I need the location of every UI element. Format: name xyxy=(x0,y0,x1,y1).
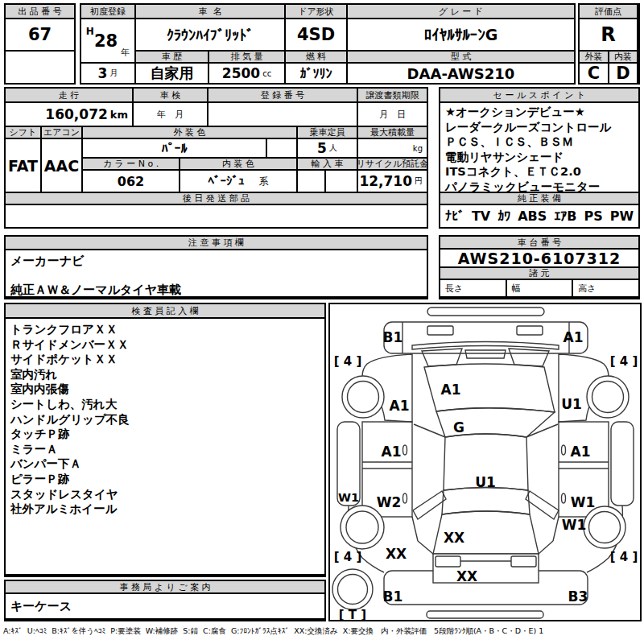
spare-tire-shape xyxy=(332,569,373,609)
auction-no-empty-cell xyxy=(6,52,74,83)
label-fender-left: A1 xyxy=(390,398,410,414)
inspector-line: タッチＰ跡 xyxy=(10,427,320,442)
chassis-number: AWS210-6107312 xyxy=(440,250,638,266)
label-tire-rear-right: [ 4 ] xyxy=(610,550,638,564)
label-fender-right: U1 xyxy=(561,396,582,412)
int-color-suffix: 系 xyxy=(259,175,269,188)
wheel-front-left xyxy=(342,376,384,418)
capacity-unit: 人 xyxy=(329,142,337,154)
label-front-door-left: A1 xyxy=(382,444,402,460)
quarter-left-seam xyxy=(412,517,418,541)
a-pillar-left xyxy=(414,424,445,437)
max-load-unit: kg xyxy=(358,139,427,157)
label-hood: A1 xyxy=(441,382,461,398)
mileage-label: 走 行 xyxy=(6,89,132,101)
dim-length-label: 長さ xyxy=(440,280,506,296)
sales-point-line: ＰＣＳ、ＩＣＳ、ＢＳＭ xyxy=(445,134,634,150)
sales-point-line: 電動リヤサンシェード xyxy=(445,150,634,165)
first-reg-label: 初度登録 xyxy=(81,5,134,18)
rear-trim-bar xyxy=(427,611,543,618)
footer-legend: A:ｷｽﾞ U:ﾍｺﾐ B:ｷｽﾞを伴うﾍｺﾐ P:要塗装 W:補修跡 S:錆 … xyxy=(3,626,641,637)
shift-label: シフト xyxy=(6,127,40,138)
aircon-label: エアコン xyxy=(42,127,81,138)
label-roof: U1 xyxy=(475,474,496,490)
int-color-value: ﾍﾞｰｼﾞｭ xyxy=(208,174,245,188)
ext-color-label: 外 装 色 xyxy=(83,127,296,138)
tail-panel-shape xyxy=(433,554,539,583)
headlights-shape xyxy=(412,342,559,367)
auction-no-label: 出 品 番 号 xyxy=(6,5,74,18)
ext-color-value: ﾊﾟｰﾙ xyxy=(83,139,266,157)
exterior-label: 外装 xyxy=(580,52,608,62)
auction-no-value: 67 xyxy=(6,19,74,50)
capacity-label: 乗車定員 xyxy=(298,127,357,138)
later-parts-label: 後 日 発 送 部 品 xyxy=(6,193,427,204)
label-quarter-left: XX xyxy=(386,546,407,562)
sales-points-title: セ ー ル ス ポ イ ン ト xyxy=(440,89,638,101)
first-reg-month-cell: 3 月 xyxy=(81,64,134,83)
car-top-view: B1 A1 A1 U1 A1 G A1 A1 U1 W2 W1 W1 W1 XX… xyxy=(330,304,640,620)
a-pillar-right xyxy=(526,424,558,437)
inspector-line: 室内内張傷 xyxy=(10,382,320,397)
office-box: 事 務 局 よ り ご 案 内 キーケース xyxy=(4,580,326,621)
inspector-title: 検 査 員 記 入 欄 xyxy=(6,304,324,317)
inspection-value: 年 月 xyxy=(134,103,207,126)
inspector-line: ＲサイドメンバーＸＸ xyxy=(10,337,320,353)
equipment-item: ABS xyxy=(518,208,547,224)
fuel-label: 燃 料 xyxy=(286,52,346,62)
label-front-door-right: A1 xyxy=(571,444,591,460)
first-reg-year: 28 xyxy=(94,31,118,51)
fuel-value: ｶﾞｿﾘﾝ xyxy=(286,64,346,83)
notes-line: メーカーナビ xyxy=(10,254,422,269)
label-rear-bumper-right: B3 xyxy=(568,588,588,605)
transfer-label: 譲渡書類期限 xyxy=(358,89,427,101)
label-rocker-left: W1 xyxy=(338,491,359,504)
equipment-item: PW xyxy=(610,208,634,224)
history-label: 車 歴 xyxy=(136,52,208,62)
label-trunk-lid: XX xyxy=(444,530,464,546)
label-tire-front-right: [ 4 ] xyxy=(610,354,638,369)
wheel-rear-left xyxy=(341,506,384,549)
sales-point-line: パノラミックビューモニター xyxy=(445,180,634,192)
car-name-label: 車 名 xyxy=(136,5,284,18)
grade-label: グ レ ー ド xyxy=(348,5,574,18)
label-front-bumper-left: B1 xyxy=(383,329,403,345)
later-parts-value xyxy=(6,205,427,227)
inspector-line: トランクフロアＸＸ xyxy=(10,322,320,337)
inspector-line: バンパー下Ａ xyxy=(10,456,320,472)
displacement-cell: 2500 cc xyxy=(209,64,284,83)
import-cell-2 xyxy=(326,171,357,192)
sales-points-list: ★オークションデビュー★ レーダークルーズコントロール ＰＣＳ、ＩＣＳ、ＢＳＭ … xyxy=(440,103,638,192)
sales-point-line: ★オークションデビュー★ xyxy=(445,105,634,120)
inspector-list: トランクフロアＸＸ ＲサイドメンバーＸＸ サイドポケットＸＸ 室内汚れ 室内内張… xyxy=(6,319,324,574)
label-tail-panel: XX xyxy=(456,568,477,584)
reg-no-label: 登 録 番 号 xyxy=(208,89,357,101)
sales-point-line: ITSコネクト、ＥＴＣ2.0 xyxy=(445,164,634,180)
c-pillar-left xyxy=(413,491,446,519)
inspector-line: ミラーＡ xyxy=(10,442,320,457)
label-tire-front-left: [ 4 ] xyxy=(334,354,362,369)
max-load-label: 最大積載量 xyxy=(358,127,427,138)
grade-value: ﾛｲﾔﾙｻﾙｰﾝG xyxy=(348,19,574,50)
inspector-line: ハンドルグリップ不良 xyxy=(10,412,320,427)
wheel-rear-right xyxy=(584,506,625,548)
history-value: 自家用 xyxy=(136,64,208,83)
capacity-value: 5 xyxy=(317,140,327,156)
door-value: 4SD xyxy=(286,19,346,50)
inspector-line: サイドポケットＸＸ xyxy=(10,352,320,367)
aircon-value: AAC xyxy=(42,139,81,192)
interior-grade: D xyxy=(609,64,637,83)
auction-sheet: 出 品 番 号 67 初度登録 車 名 ドア形状 グ レ ー ド H 28 年 … xyxy=(0,0,644,644)
label-tire-rear-left: [ 4 ] xyxy=(334,550,362,564)
notes-title: 注 意 事 項 欄 xyxy=(6,237,427,249)
equipment-title: 純 正 装 備 xyxy=(440,193,638,204)
sales-point-line: レーダークルーズコントロール xyxy=(445,120,634,135)
inspector-box: 検 査 員 記 入 欄 トランクフロアＸＸ ＲサイドメンバーＸＸ サイドポケット… xyxy=(4,303,326,577)
model-code-label: 型 式 xyxy=(348,52,574,62)
label-front-bumper-right: A1 xyxy=(564,329,584,345)
mileage-cell: 160,072 km xyxy=(6,103,132,126)
score-value: R xyxy=(580,19,637,50)
interior-label: 内装 xyxy=(609,52,637,62)
recycle-label: リサイクル預託金 xyxy=(358,159,427,169)
quarter-right-seam2 xyxy=(539,541,553,554)
